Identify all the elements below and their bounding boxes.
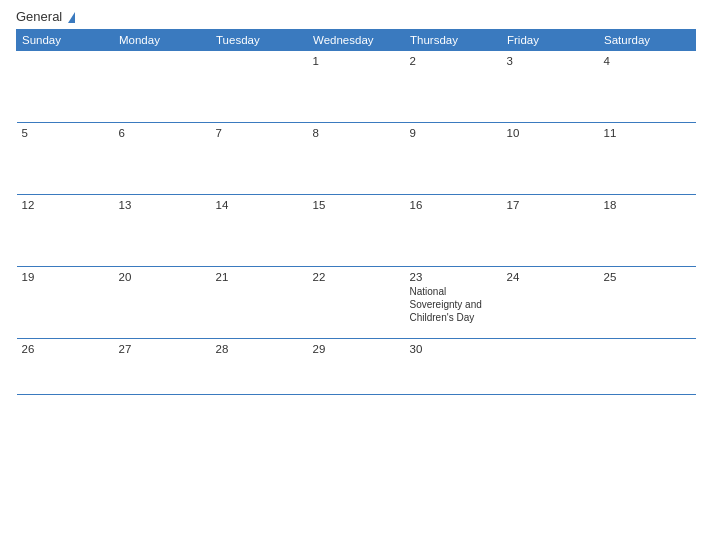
day-number: 20 [119, 271, 206, 283]
day-number: 16 [410, 199, 497, 211]
calendar-cell: 15 [308, 195, 405, 267]
calendar-cell: 16 [405, 195, 502, 267]
calendar-cell: 21 [211, 267, 308, 339]
logo: General [16, 10, 75, 23]
day-number: 17 [507, 199, 594, 211]
day-number: 12 [22, 199, 109, 211]
day-number: 5 [22, 127, 109, 139]
day-number: 7 [216, 127, 303, 139]
day-number: 24 [507, 271, 594, 283]
calendar-cell: 30 [405, 339, 502, 395]
calendar-cell: 28 [211, 339, 308, 395]
calendar-week-row: 1234 [17, 51, 696, 123]
day-number: 26 [22, 343, 109, 355]
day-number: 27 [119, 343, 206, 355]
weekday-header-saturday: Saturday [599, 30, 696, 51]
calendar-cell: 20 [114, 267, 211, 339]
calendar-cell: 11 [599, 123, 696, 195]
day-number: 15 [313, 199, 400, 211]
weekday-header-row: SundayMondayTuesdayWednesdayThursdayFrid… [17, 30, 696, 51]
calendar-cell: 9 [405, 123, 502, 195]
day-number: 9 [410, 127, 497, 139]
day-number: 1 [313, 55, 400, 67]
calendar-cell: 24 [502, 267, 599, 339]
calendar-cell: 25 [599, 267, 696, 339]
weekday-header-wednesday: Wednesday [308, 30, 405, 51]
calendar-page: General SundayMondayTuesdayWednesdayThur… [0, 0, 712, 550]
calendar-cell: 17 [502, 195, 599, 267]
calendar-cell: 29 [308, 339, 405, 395]
calendar-cell: 2 [405, 51, 502, 123]
weekday-header-thursday: Thursday [405, 30, 502, 51]
calendar-table: SundayMondayTuesdayWednesdayThursdayFrid… [16, 29, 696, 395]
weekday-header-friday: Friday [502, 30, 599, 51]
event-label: National Sovereignty and Children's Day [410, 285, 497, 324]
day-number: 6 [119, 127, 206, 139]
calendar-cell: 13 [114, 195, 211, 267]
day-number: 28 [216, 343, 303, 355]
logo-triangle-icon [68, 12, 75, 23]
calendar-cell: 22 [308, 267, 405, 339]
day-number: 25 [604, 271, 691, 283]
calendar-cell: 8 [308, 123, 405, 195]
calendar-cell: 19 [17, 267, 114, 339]
calendar-cell: 26 [17, 339, 114, 395]
calendar-cell: 5 [17, 123, 114, 195]
calendar-week-row: 1920212223National Sovereignty and Child… [17, 267, 696, 339]
day-number: 14 [216, 199, 303, 211]
calendar-cell [502, 339, 599, 395]
calendar-cell: 7 [211, 123, 308, 195]
day-number: 29 [313, 343, 400, 355]
weekday-header-sunday: Sunday [17, 30, 114, 51]
calendar-cell: 6 [114, 123, 211, 195]
calendar-week-row: 567891011 [17, 123, 696, 195]
day-number: 30 [410, 343, 497, 355]
day-number: 3 [507, 55, 594, 67]
calendar-week-row: 12131415161718 [17, 195, 696, 267]
calendar-cell [114, 51, 211, 123]
day-number: 19 [22, 271, 109, 283]
day-number: 10 [507, 127, 594, 139]
calendar-cell [211, 51, 308, 123]
day-number: 18 [604, 199, 691, 211]
calendar-cell: 1 [308, 51, 405, 123]
calendar-cell [599, 339, 696, 395]
day-number: 11 [604, 127, 691, 139]
logo-general-text: General [16, 10, 75, 23]
calendar-cell: 3 [502, 51, 599, 123]
calendar-cell: 12 [17, 195, 114, 267]
calendar-cell: 27 [114, 339, 211, 395]
calendar-week-row: 2627282930 [17, 339, 696, 395]
calendar-cell [17, 51, 114, 123]
day-number: 21 [216, 271, 303, 283]
header: General [16, 10, 696, 23]
day-number: 22 [313, 271, 400, 283]
weekday-header-tuesday: Tuesday [211, 30, 308, 51]
calendar-cell: 18 [599, 195, 696, 267]
day-number: 8 [313, 127, 400, 139]
calendar-cell: 10 [502, 123, 599, 195]
calendar-cell: 14 [211, 195, 308, 267]
calendar-cell: 23National Sovereignty and Children's Da… [405, 267, 502, 339]
weekday-header-monday: Monday [114, 30, 211, 51]
day-number: 13 [119, 199, 206, 211]
day-number: 2 [410, 55, 497, 67]
day-number: 23 [410, 271, 497, 283]
calendar-cell: 4 [599, 51, 696, 123]
day-number: 4 [604, 55, 691, 67]
